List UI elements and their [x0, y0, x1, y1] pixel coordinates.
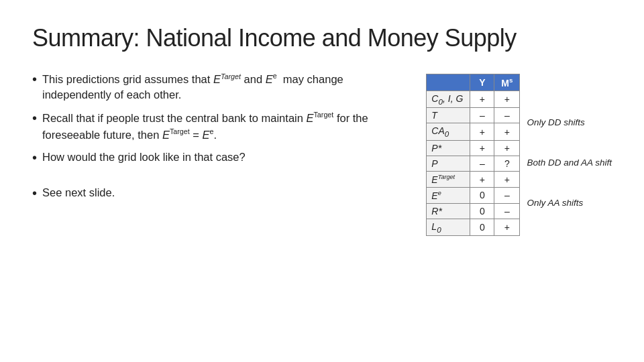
row-ms-t: –	[494, 108, 520, 123]
bullet-dot-4: •	[32, 184, 37, 202]
row-label-etarget: ETarget	[427, 172, 470, 188]
row-y-c0ig: +	[470, 90, 494, 108]
annotation-both-text: Both DD and AA shift	[527, 158, 612, 168]
row-label-ee: Ee	[427, 187, 470, 203]
row-y-pstar: +	[470, 141, 494, 156]
bullet-4: • See next slide.	[32, 185, 405, 202]
predictions-grid: Y Ms C0, I, G + + T – –	[426, 74, 520, 236]
col-header-y: Y	[470, 74, 494, 91]
table-section: Y Ms C0, I, G + + T – –	[426, 74, 612, 236]
row-y-ee: 0	[470, 187, 494, 203]
table-row-t: T – –	[427, 108, 520, 123]
table-row-rstar: R* 0 –	[427, 203, 520, 219]
content-row: • This predictions grid assumes that ETa…	[32, 71, 612, 341]
row-y-l0: 0	[470, 219, 494, 236]
bullet-text-1: This predictions grid assumes that ETarg…	[42, 71, 405, 103]
row-ms-ca0: +	[494, 123, 520, 141]
row-ms-l0: +	[494, 219, 520, 236]
row-ms-etarget: +	[494, 172, 520, 188]
table-row-etarget: ETarget + +	[427, 172, 520, 188]
bullet-text-2: Recall that if people trust the central …	[42, 110, 405, 143]
row-y-ca0: +	[470, 123, 494, 141]
row-label-rstar: R*	[427, 203, 470, 219]
row-ms-p: ?	[494, 156, 520, 172]
annotation-both: Both DD and AA shift	[527, 154, 612, 170]
bullets-section: • This predictions grid assumes that ETa…	[32, 71, 405, 208]
annotation-only-aa-text: Only AA shifts	[527, 198, 583, 208]
row-ms-rstar: –	[494, 203, 520, 219]
table-row-ee: Ee 0 –	[427, 187, 520, 203]
table-row-p: P – ?	[427, 156, 520, 172]
row-label-c0ig: C0, I, G	[427, 90, 470, 108]
row-label-l0: L0	[427, 219, 470, 236]
annotation-only-aa: Only AA shifts	[527, 186, 612, 219]
row-y-rstar: 0	[470, 203, 494, 219]
bullet-text-3: How would the grid look like in that cas…	[42, 149, 405, 166]
slide: Summary: National Income and Money Suppl…	[0, 0, 644, 362]
annotation-spacer-etarget	[527, 170, 612, 186]
annotations-block: Only DD shifts Both DD and AA shift Only…	[527, 74, 612, 219]
row-y-etarget: +	[470, 172, 494, 188]
col-header-ms: Ms	[494, 74, 520, 91]
annotation-only-dd-text: Only DD shifts	[527, 117, 584, 127]
col-header-empty	[427, 74, 470, 91]
annotation-only-dd: Only DD shifts	[527, 90, 612, 154]
e-target-1: ETarget	[213, 73, 241, 85]
bullet-dot-2: •	[32, 109, 37, 127]
row-label-p: P	[427, 156, 470, 172]
bullet-1: • This predictions grid assumes that ETa…	[32, 71, 405, 103]
table-row-ca0: CA0 + +	[427, 123, 520, 141]
page-title: Summary: National Income and Money Suppl…	[32, 24, 612, 52]
table-row-l0: L0 0 +	[427, 219, 520, 236]
row-label-ca0: CA0	[427, 123, 470, 141]
row-ms-ee: –	[494, 187, 520, 203]
table-row-c0ig: C0, I, G + +	[427, 90, 520, 108]
row-label-t: T	[427, 108, 470, 123]
row-ms-c0ig: +	[494, 90, 520, 108]
bullet-2: • Recall that if people trust the centra…	[32, 110, 405, 143]
table-row-pstar: P* + +	[427, 141, 520, 156]
row-label-pstar: P*	[427, 141, 470, 156]
row-y-t: –	[470, 108, 494, 123]
row-y-p: –	[470, 156, 494, 172]
row-ms-pstar: +	[494, 141, 520, 156]
bullet-dot-3: •	[32, 149, 37, 166]
bullet-3: • How would the grid look like in that c…	[32, 149, 405, 166]
bullet-text-4: See next slide.	[42, 185, 405, 201]
bullet-dot-1: •	[32, 70, 37, 88]
